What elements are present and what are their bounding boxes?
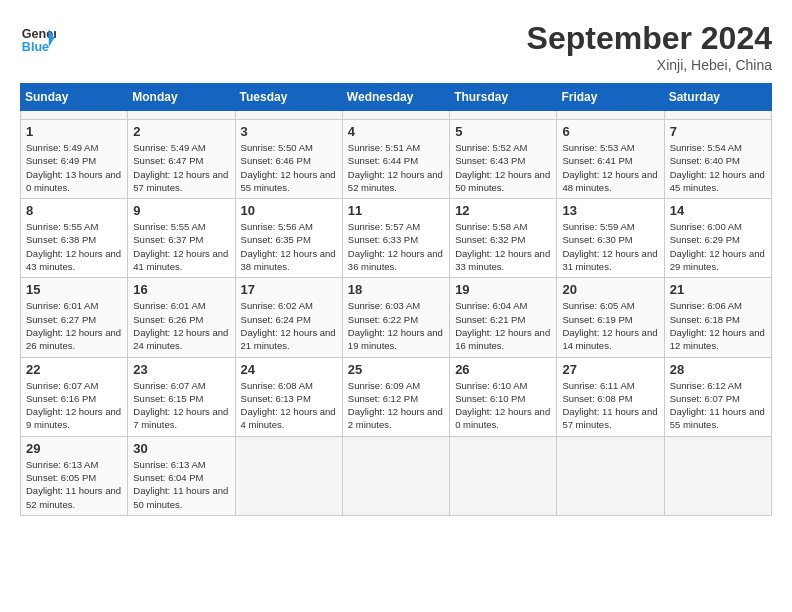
day-number: 21 bbox=[670, 282, 766, 297]
day-number: 2 bbox=[133, 124, 229, 139]
calendar-cell: 12 Sunrise: 5:58 AM Sunset: 6:32 PM Dayl… bbox=[450, 199, 557, 278]
day-info: Sunrise: 6:12 AM Sunset: 6:07 PM Dayligh… bbox=[670, 379, 766, 432]
calendar-cell: 3 Sunrise: 5:50 AM Sunset: 6:46 PM Dayli… bbox=[235, 120, 342, 199]
day-number: 5 bbox=[455, 124, 551, 139]
calendar-week-4: 22 Sunrise: 6:07 AM Sunset: 6:16 PM Dayl… bbox=[21, 357, 772, 436]
calendar-cell bbox=[557, 111, 664, 120]
title-area: September 2024 Xinji, Hebei, China bbox=[527, 20, 772, 73]
calendar-cell bbox=[664, 436, 771, 515]
day-number: 4 bbox=[348, 124, 444, 139]
day-number: 25 bbox=[348, 362, 444, 377]
calendar-week-1: 1 Sunrise: 5:49 AM Sunset: 6:49 PM Dayli… bbox=[21, 120, 772, 199]
day-info: Sunrise: 6:08 AM Sunset: 6:13 PM Dayligh… bbox=[241, 379, 337, 432]
calendar-cell: 23 Sunrise: 6:07 AM Sunset: 6:15 PM Dayl… bbox=[128, 357, 235, 436]
calendar-week-3: 15 Sunrise: 6:01 AM Sunset: 6:27 PM Dayl… bbox=[21, 278, 772, 357]
month-title: September 2024 bbox=[527, 20, 772, 57]
day-info: Sunrise: 6:13 AM Sunset: 6:05 PM Dayligh… bbox=[26, 458, 122, 511]
day-number: 23 bbox=[133, 362, 229, 377]
calendar-cell bbox=[342, 436, 449, 515]
day-info: Sunrise: 6:07 AM Sunset: 6:16 PM Dayligh… bbox=[26, 379, 122, 432]
header: General Blue September 2024 Xinji, Hebei… bbox=[20, 20, 772, 73]
calendar-week-0 bbox=[21, 111, 772, 120]
calendar-cell: 29 Sunrise: 6:13 AM Sunset: 6:05 PM Dayl… bbox=[21, 436, 128, 515]
day-number: 1 bbox=[26, 124, 122, 139]
calendar-cell: 30 Sunrise: 6:13 AM Sunset: 6:04 PM Dayl… bbox=[128, 436, 235, 515]
calendar-cell: 25 Sunrise: 6:09 AM Sunset: 6:12 PM Dayl… bbox=[342, 357, 449, 436]
day-number: 30 bbox=[133, 441, 229, 456]
calendar-cell bbox=[450, 436, 557, 515]
day-number: 22 bbox=[26, 362, 122, 377]
day-number: 3 bbox=[241, 124, 337, 139]
calendar-cell: 5 Sunrise: 5:52 AM Sunset: 6:43 PM Dayli… bbox=[450, 120, 557, 199]
col-friday: Friday bbox=[557, 84, 664, 111]
calendar-cell bbox=[664, 111, 771, 120]
calendar-cell bbox=[557, 436, 664, 515]
calendar-cell: 2 Sunrise: 5:49 AM Sunset: 6:47 PM Dayli… bbox=[128, 120, 235, 199]
day-number: 27 bbox=[562, 362, 658, 377]
calendar-table: Sunday Monday Tuesday Wednesday Thursday… bbox=[20, 83, 772, 516]
day-info: Sunrise: 5:59 AM Sunset: 6:30 PM Dayligh… bbox=[562, 220, 658, 273]
day-info: Sunrise: 6:09 AM Sunset: 6:12 PM Dayligh… bbox=[348, 379, 444, 432]
calendar-cell: 19 Sunrise: 6:04 AM Sunset: 6:21 PM Dayl… bbox=[450, 278, 557, 357]
day-number: 14 bbox=[670, 203, 766, 218]
calendar-cell: 9 Sunrise: 5:55 AM Sunset: 6:37 PM Dayli… bbox=[128, 199, 235, 278]
day-info: Sunrise: 5:57 AM Sunset: 6:33 PM Dayligh… bbox=[348, 220, 444, 273]
calendar-cell: 11 Sunrise: 5:57 AM Sunset: 6:33 PM Dayl… bbox=[342, 199, 449, 278]
day-info: Sunrise: 5:56 AM Sunset: 6:35 PM Dayligh… bbox=[241, 220, 337, 273]
day-info: Sunrise: 6:02 AM Sunset: 6:24 PM Dayligh… bbox=[241, 299, 337, 352]
calendar-week-2: 8 Sunrise: 5:55 AM Sunset: 6:38 PM Dayli… bbox=[21, 199, 772, 278]
calendar-cell: 16 Sunrise: 6:01 AM Sunset: 6:26 PM Dayl… bbox=[128, 278, 235, 357]
calendar-week-5: 29 Sunrise: 6:13 AM Sunset: 6:05 PM Dayl… bbox=[21, 436, 772, 515]
calendar-cell bbox=[235, 111, 342, 120]
day-number: 19 bbox=[455, 282, 551, 297]
day-number: 17 bbox=[241, 282, 337, 297]
day-info: Sunrise: 6:04 AM Sunset: 6:21 PM Dayligh… bbox=[455, 299, 551, 352]
day-number: 13 bbox=[562, 203, 658, 218]
day-info: Sunrise: 6:07 AM Sunset: 6:15 PM Dayligh… bbox=[133, 379, 229, 432]
day-info: Sunrise: 5:51 AM Sunset: 6:44 PM Dayligh… bbox=[348, 141, 444, 194]
day-info: Sunrise: 6:06 AM Sunset: 6:18 PM Dayligh… bbox=[670, 299, 766, 352]
calendar-cell: 14 Sunrise: 6:00 AM Sunset: 6:29 PM Dayl… bbox=[664, 199, 771, 278]
day-info: Sunrise: 6:13 AM Sunset: 6:04 PM Dayligh… bbox=[133, 458, 229, 511]
calendar-cell: 17 Sunrise: 6:02 AM Sunset: 6:24 PM Dayl… bbox=[235, 278, 342, 357]
day-info: Sunrise: 5:55 AM Sunset: 6:38 PM Dayligh… bbox=[26, 220, 122, 273]
day-number: 7 bbox=[670, 124, 766, 139]
calendar-cell: 15 Sunrise: 6:01 AM Sunset: 6:27 PM Dayl… bbox=[21, 278, 128, 357]
calendar-cell: 13 Sunrise: 5:59 AM Sunset: 6:30 PM Dayl… bbox=[557, 199, 664, 278]
col-wednesday: Wednesday bbox=[342, 84, 449, 111]
day-number: 28 bbox=[670, 362, 766, 377]
day-number: 16 bbox=[133, 282, 229, 297]
calendar-cell: 4 Sunrise: 5:51 AM Sunset: 6:44 PM Dayli… bbox=[342, 120, 449, 199]
day-info: Sunrise: 6:01 AM Sunset: 6:27 PM Dayligh… bbox=[26, 299, 122, 352]
day-number: 11 bbox=[348, 203, 444, 218]
col-sunday: Sunday bbox=[21, 84, 128, 111]
calendar-cell bbox=[450, 111, 557, 120]
calendar-cell: 20 Sunrise: 6:05 AM Sunset: 6:19 PM Dayl… bbox=[557, 278, 664, 357]
calendar-cell: 24 Sunrise: 6:08 AM Sunset: 6:13 PM Dayl… bbox=[235, 357, 342, 436]
logo-icon: General Blue bbox=[20, 20, 56, 56]
col-thursday: Thursday bbox=[450, 84, 557, 111]
calendar-cell bbox=[342, 111, 449, 120]
calendar-cell: 1 Sunrise: 5:49 AM Sunset: 6:49 PM Dayli… bbox=[21, 120, 128, 199]
day-info: Sunrise: 5:54 AM Sunset: 6:40 PM Dayligh… bbox=[670, 141, 766, 194]
day-number: 24 bbox=[241, 362, 337, 377]
col-monday: Monday bbox=[128, 84, 235, 111]
col-saturday: Saturday bbox=[664, 84, 771, 111]
day-number: 20 bbox=[562, 282, 658, 297]
location: Xinji, Hebei, China bbox=[527, 57, 772, 73]
day-info: Sunrise: 5:55 AM Sunset: 6:37 PM Dayligh… bbox=[133, 220, 229, 273]
calendar-cell: 27 Sunrise: 6:11 AM Sunset: 6:08 PM Dayl… bbox=[557, 357, 664, 436]
calendar-cell: 8 Sunrise: 5:55 AM Sunset: 6:38 PM Dayli… bbox=[21, 199, 128, 278]
day-info: Sunrise: 6:05 AM Sunset: 6:19 PM Dayligh… bbox=[562, 299, 658, 352]
day-info: Sunrise: 6:10 AM Sunset: 6:10 PM Dayligh… bbox=[455, 379, 551, 432]
day-info: Sunrise: 6:01 AM Sunset: 6:26 PM Dayligh… bbox=[133, 299, 229, 352]
calendar-cell: 26 Sunrise: 6:10 AM Sunset: 6:10 PM Dayl… bbox=[450, 357, 557, 436]
day-number: 15 bbox=[26, 282, 122, 297]
calendar-cell: 22 Sunrise: 6:07 AM Sunset: 6:16 PM Dayl… bbox=[21, 357, 128, 436]
day-number: 18 bbox=[348, 282, 444, 297]
day-number: 6 bbox=[562, 124, 658, 139]
day-info: Sunrise: 5:52 AM Sunset: 6:43 PM Dayligh… bbox=[455, 141, 551, 194]
day-info: Sunrise: 5:49 AM Sunset: 6:47 PM Dayligh… bbox=[133, 141, 229, 194]
calendar-cell: 18 Sunrise: 6:03 AM Sunset: 6:22 PM Dayl… bbox=[342, 278, 449, 357]
calendar-cell: 6 Sunrise: 5:53 AM Sunset: 6:41 PM Dayli… bbox=[557, 120, 664, 199]
